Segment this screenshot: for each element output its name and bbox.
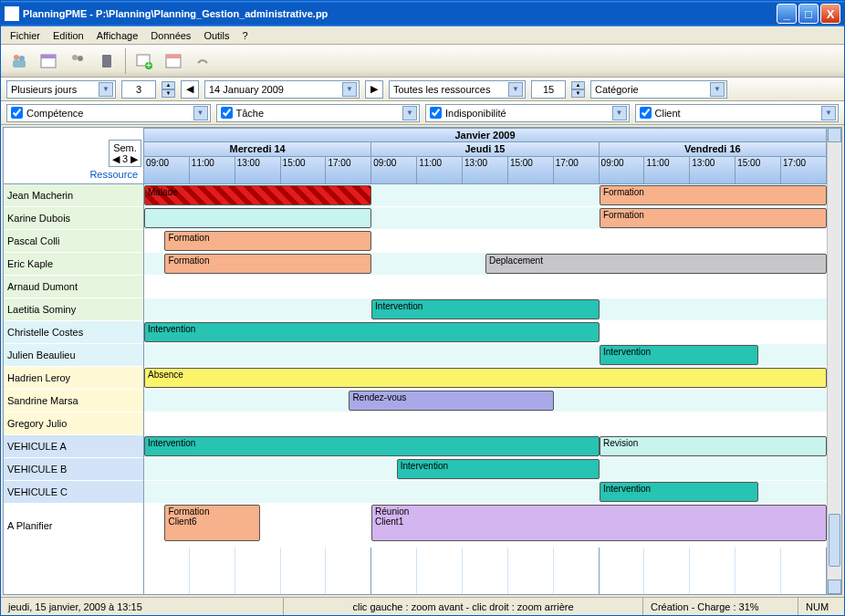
minimize-button[interactable]: _ xyxy=(777,4,797,24)
resource-row[interactable]: Jean Macherin xyxy=(4,184,143,207)
dropdown-icon[interactable]: ▼ xyxy=(99,82,113,97)
resource-row[interactable]: Pascal Colli xyxy=(4,230,143,253)
close-button[interactable]: X xyxy=(820,4,840,24)
resource-row[interactable]: Christelle Costes xyxy=(4,321,143,344)
day-count-spinner[interactable]: ▲▼ xyxy=(162,81,175,98)
menu-file[interactable]: Fichier xyxy=(5,28,46,43)
competence-checkbox[interactable] xyxy=(11,107,23,119)
schedule-row[interactable]: Formation Client6Réunion Client1 xyxy=(144,504,827,548)
view-mode-combo[interactable]: Plusieurs jours ▼ xyxy=(6,80,116,99)
vertical-scrollbar[interactable] xyxy=(827,128,841,594)
unavailability-checkbox[interactable] xyxy=(430,107,442,119)
resource-row[interactable]: Laetitia Sominy xyxy=(4,298,143,321)
next-button[interactable]: ▶ xyxy=(365,80,383,99)
task-block[interactable] xyxy=(144,208,371,228)
link-icon[interactable] xyxy=(192,50,214,72)
dropdown-icon[interactable]: ▼ xyxy=(821,106,836,120)
menu-view[interactable]: Affichage xyxy=(91,28,144,43)
resource-row[interactable]: Karine Dubois xyxy=(4,207,143,230)
task-block[interactable]: Rendez-vous xyxy=(349,391,553,411)
schedule-row[interactable]: Intervention xyxy=(144,458,827,481)
day-header[interactable]: Jeudi 15 xyxy=(371,142,599,157)
resources-combo[interactable]: Toutes les ressources ▼ xyxy=(389,80,526,99)
task-block[interactable]: Formation xyxy=(600,185,827,205)
resource-row[interactable]: VEHICULE B xyxy=(4,458,143,481)
maximize-button[interactable]: □ xyxy=(798,4,819,24)
schedule-row[interactable] xyxy=(144,276,827,298)
resource-count-input[interactable] xyxy=(531,80,566,99)
schedule-row[interactable]: Intervention xyxy=(144,481,827,504)
dropdown-icon[interactable]: ▼ xyxy=(508,82,523,97)
schedule-row[interactable] xyxy=(144,412,827,435)
date-combo[interactable]: 14 January 2009 ▼ xyxy=(204,80,360,99)
dropdown-icon[interactable]: ▼ xyxy=(612,106,627,120)
resource-row[interactable]: VEHICULE A xyxy=(4,435,143,458)
day-header[interactable]: Mercredi 14 xyxy=(144,142,371,157)
task-block[interactable]: Intervention xyxy=(600,482,758,502)
task-block[interactable]: Formation xyxy=(600,208,827,228)
scroll-up-button[interactable] xyxy=(828,128,841,142)
schedule-row[interactable]: Intervention xyxy=(144,298,827,321)
schedule-row[interactable]: Intervention xyxy=(144,321,827,344)
resource-row[interactable]: Gregory Julio xyxy=(4,412,143,435)
schedule-icon[interactable] xyxy=(162,50,184,72)
users-icon[interactable] xyxy=(8,50,30,72)
task-checkbox[interactable] xyxy=(221,107,233,119)
task-block[interactable]: Malade xyxy=(144,185,371,205)
menu-tools[interactable]: Outils xyxy=(198,28,235,43)
schedule-row[interactable]: Formation xyxy=(144,230,827,253)
competence-filter[interactable]: Compétence ▼ xyxy=(6,104,211,122)
schedule-row[interactable]: FormationDeplacement xyxy=(144,253,827,276)
dropdown-icon[interactable]: ▼ xyxy=(193,106,208,120)
task-block[interactable]: Revision xyxy=(600,436,827,456)
task-block[interactable]: Intervention xyxy=(397,459,600,479)
clients-icon[interactable] xyxy=(67,50,89,72)
scroll-thumb[interactable] xyxy=(829,514,840,566)
task-block[interactable]: Réunion Client1 xyxy=(371,505,827,541)
task-block[interactable]: Formation xyxy=(164,231,371,251)
schedule-grid[interactable]: MaladeFormationFormationFormationFormati… xyxy=(144,184,827,594)
task-filter[interactable]: Tâche ▼ xyxy=(216,104,421,122)
schedule-row[interactable]: Rendez-vous xyxy=(144,390,827,412)
schedule-row[interactable]: Absence xyxy=(144,367,827,390)
resource-count-spinner[interactable]: ▲▼ xyxy=(571,81,585,98)
schedule-row[interactable]: Formation xyxy=(144,207,827,230)
dropdown-icon[interactable]: ▼ xyxy=(710,82,725,97)
task-block[interactable]: Deplacement xyxy=(485,254,827,274)
unavailability-filter[interactable]: Indisponibilité ▼ xyxy=(425,104,630,122)
task-block[interactable]: Formation Client6 xyxy=(164,505,260,541)
resource-header[interactable]: Ressource xyxy=(86,167,141,182)
calendar-icon[interactable] xyxy=(37,50,59,72)
scroll-down-button[interactable] xyxy=(828,579,841,594)
task-block[interactable]: Intervention xyxy=(600,345,758,365)
resource-row[interactable]: VEHICULE C xyxy=(4,481,143,504)
schedule-row[interactable]: MaladeFormation xyxy=(144,184,827,207)
resource-row[interactable]: Julien Beaulieu xyxy=(4,344,143,367)
schedule-row[interactable]: Intervention xyxy=(144,344,827,367)
dropdown-icon[interactable]: ▼ xyxy=(342,82,357,97)
add-calendar-icon[interactable]: + xyxy=(133,50,155,72)
task-block[interactable]: Intervention xyxy=(371,299,600,319)
resource-row[interactable]: Eric Kaple xyxy=(4,253,143,276)
resource-row[interactable]: Hadrien Leroy xyxy=(4,367,143,390)
resource-row[interactable]: Sandrine Marsa xyxy=(4,390,143,412)
category-combo[interactable]: Catégorie ▼ xyxy=(590,80,727,99)
task-block[interactable]: Intervention xyxy=(144,436,600,456)
task-block[interactable]: Formation xyxy=(164,254,371,274)
scroll-track[interactable] xyxy=(828,142,841,579)
task-block[interactable]: Absence xyxy=(144,368,827,388)
menu-edit[interactable]: Edition xyxy=(47,28,89,43)
client-filter[interactable]: Client ▼ xyxy=(635,104,840,122)
day-header[interactable]: Vendredi 16 xyxy=(600,142,827,157)
day-count-input[interactable] xyxy=(121,80,156,99)
database-icon[interactable] xyxy=(96,50,118,72)
resource-row[interactable]: A Planifier xyxy=(4,504,143,548)
titlebar[interactable]: PlanningPME - P:\Planning\Planning_Gesti… xyxy=(1,1,844,26)
client-checkbox[interactable] xyxy=(640,107,652,119)
prev-button[interactable]: ◀ xyxy=(181,80,199,99)
schedule-row[interactable]: InterventionRevision xyxy=(144,435,827,458)
resource-row[interactable]: Arnaud Dumont xyxy=(4,276,143,298)
week-selector[interactable]: Sem. ◀ 3 ▶ xyxy=(109,140,141,167)
task-block[interactable]: Intervention xyxy=(144,322,600,342)
menu-data[interactable]: Données xyxy=(145,28,196,43)
